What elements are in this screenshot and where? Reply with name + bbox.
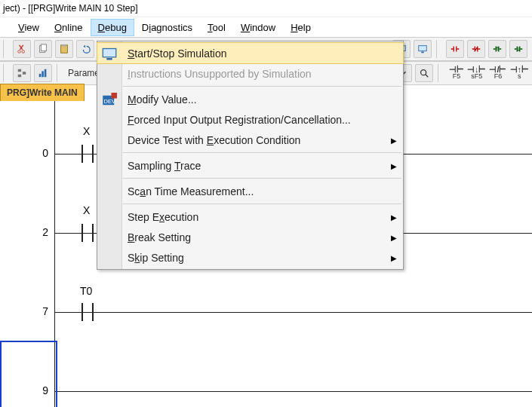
- menu-separator: [123, 152, 401, 153]
- dev-icon: DEV: [102, 93, 117, 106]
- paste-button[interactable]: [55, 40, 73, 58]
- contact-b-button[interactable]: [467, 40, 485, 58]
- window-title: ject) - [[PRG]Write MAIN 10 Step]: [0, 0, 532, 17]
- svg-text:DEV: DEV: [104, 98, 115, 105]
- svg-rect-18: [106, 58, 112, 60]
- svg-point-16: [421, 70, 426, 75]
- menu-item-modify-value[interactable]: DEV Modify Value...: [97, 89, 403, 109]
- menu-item-skip-setting[interactable]: Skip Setting▶: [97, 247, 403, 268]
- menu-view[interactable]: View: [11, 19, 47, 36]
- falling-button[interactable]: [509, 40, 527, 58]
- menu-item-start-stop-simulation[interactable]: Start/Stop Simulation: [97, 43, 403, 63]
- submenu-arrow-icon: ▶: [391, 213, 397, 222]
- contact-label: X: [83, 125, 90, 137]
- svg-point-1: [22, 50, 25, 54]
- submenu-arrow-icon: ▶: [391, 162, 397, 170]
- contact-a-button[interactable]: [446, 40, 464, 58]
- monitor2-button[interactable]: [414, 40, 432, 58]
- svg-rect-17: [103, 49, 116, 57]
- menu-separator: [123, 204, 401, 204]
- menu-separator: [123, 86, 401, 87]
- menu-tool[interactable]: Tool: [200, 19, 233, 36]
- chart-button[interactable]: [34, 64, 52, 82]
- svg-rect-11: [18, 75, 21, 78]
- rising-button[interactable]: [488, 40, 506, 58]
- menu-item-unsupported: Instructions Unsupported by Simulation: [97, 63, 403, 84]
- menu-item-sampling-trace[interactable]: Sampling Trace▶: [97, 155, 403, 176]
- svg-rect-13: [39, 74, 42, 77]
- svg-rect-3: [41, 44, 46, 51]
- menu-item-device-test[interactable]: Device Test with Execution Condition▶: [97, 130, 403, 150]
- submenu-arrow-icon: ▶: [391, 136, 397, 145]
- menu-item-break-setting[interactable]: Break Setting▶: [97, 227, 403, 247]
- svg-rect-8: [419, 46, 427, 51]
- cut-button[interactable]: [13, 40, 31, 58]
- monitor-icon: [102, 47, 117, 60]
- svg-rect-9: [421, 52, 424, 54]
- svg-rect-21: [112, 93, 118, 99]
- menu-online[interactable]: Online: [47, 19, 91, 36]
- menu-separator: [123, 178, 401, 179]
- submenu-arrow-icon: ▶: [391, 254, 397, 262]
- function-key-labels: ⊣⊢F5 ⊣↓⊢sF5 ⊣/⊢F6 ⊣↑⊢s: [449, 66, 529, 80]
- step-number: 2: [30, 226, 48, 238]
- menu-help[interactable]: Help: [283, 19, 318, 36]
- debug-menu: Start/Stop Simulation Instructions Unsup…: [97, 41, 404, 270]
- menu-debug[interactable]: Debug: [91, 19, 134, 36]
- submenu-arrow-icon: ▶: [391, 234, 397, 242]
- selection-box: [0, 341, 57, 407]
- svg-rect-5: [62, 44, 66, 47]
- zoom-button[interactable]: [415, 64, 433, 82]
- svg-point-0: [18, 50, 21, 54]
- menu-window[interactable]: Window: [233, 19, 283, 36]
- contact-label: X: [83, 204, 90, 216]
- menu-diagnostics[interactable]: Diagnostics: [134, 19, 200, 36]
- document-tab[interactable]: PRG]Write MAIN: [0, 84, 85, 102]
- contact-label: T0: [80, 285, 92, 297]
- svg-rect-15: [45, 69, 47, 78]
- menu-item-forced-io[interactable]: Forced Input Output Registration/Cancell…: [97, 109, 403, 130]
- copy-button[interactable]: [34, 40, 52, 58]
- step-number: 0: [30, 147, 48, 159]
- step-number: 7: [30, 305, 48, 317]
- menubar: View Online Debug Diagnostics Tool Windo…: [0, 17, 532, 37]
- tree-button[interactable]: [13, 64, 31, 82]
- menu-item-scan-time[interactable]: Scan Time Measurement...: [97, 181, 403, 201]
- svg-rect-12: [23, 72, 26, 75]
- undo-button[interactable]: [76, 40, 94, 58]
- menu-item-step-execution[interactable]: Step Execution▶: [97, 207, 403, 227]
- svg-rect-10: [18, 69, 21, 72]
- svg-rect-14: [42, 71, 44, 77]
